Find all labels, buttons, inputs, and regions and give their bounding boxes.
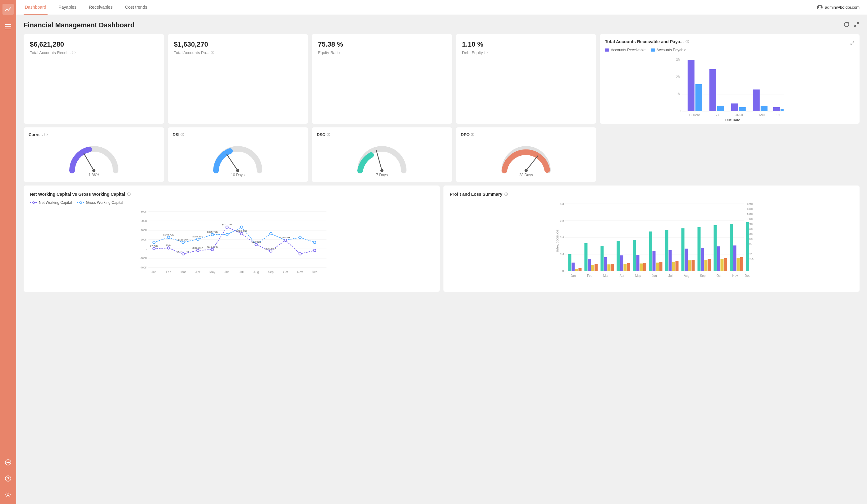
svg-text:($107.21)K: ($107.21)K — [177, 250, 190, 253]
gauge-current-svg: 1.86% — [66, 140, 122, 177]
svg-text:1.86%: 1.86% — [88, 173, 99, 177]
svg-point-82 — [299, 253, 301, 255]
bar-1-30-ar — [709, 69, 716, 111]
bar-nov-profit — [740, 257, 743, 271]
svg-point-11 — [818, 6, 821, 8]
pl-svg: 4M 3M 2M 1M 0 675K 600K 525K 450K 375K 3… — [450, 201, 853, 284]
bar-jul-cogs — [669, 250, 672, 271]
debt-info-icon[interactable]: ⓘ — [484, 50, 488, 55]
dso-info-icon[interactable]: ⓘ — [327, 132, 330, 137]
svg-text:($31.15)K: ($31.15)K — [192, 246, 204, 249]
bar-current-ar — [688, 60, 695, 111]
svg-text:Oct: Oct — [717, 274, 721, 278]
svg-text:Jul: Jul — [239, 270, 244, 274]
svg-text:$323.38K: $323.38K — [236, 229, 247, 233]
ar-info-icon[interactable]: ⓘ — [72, 50, 75, 55]
bar-aug-sales — [682, 228, 685, 271]
kpi-equity-label: Equity Ratio — [318, 50, 446, 55]
chart-icon[interactable] — [2, 4, 14, 15]
legend-net-wc: Net Working Capital — [30, 201, 72, 205]
bar-91-ar — [773, 107, 780, 111]
legend-gross-wc: Gross Working Capital — [77, 201, 124, 205]
svg-point-80 — [270, 250, 272, 252]
ar-ap-expand-btn[interactable] — [850, 41, 855, 46]
bar-jun-sales — [649, 232, 652, 271]
ar-ap-svg: 3M 2M 1M 0 — [605, 55, 855, 117]
current-info-icon[interactable]: ⓘ — [44, 132, 47, 137]
profit-loss-title: Profit and Loss Summary ⓘ — [450, 192, 853, 197]
bar-jan-oe — [575, 269, 578, 271]
svg-text:Nov: Nov — [732, 274, 738, 278]
bar-aug-profit — [692, 260, 695, 271]
kpi-equity-value: 75.38 % — [318, 40, 446, 49]
bar-sep-sales — [698, 227, 701, 271]
svg-text:Sep: Sep — [700, 274, 706, 278]
add-icon[interactable] — [2, 457, 14, 468]
svg-text:$93.07K: $93.07K — [252, 240, 261, 243]
bar-aug-cogs — [685, 249, 688, 271]
svg-text:450K: 450K — [747, 217, 753, 220]
ar-ap-info-icon[interactable]: ⓘ — [686, 40, 689, 44]
menu-icon[interactable] — [2, 21, 14, 32]
svg-text:0: 0 — [679, 109, 681, 113]
legend-ap: Accounts Payable — [651, 48, 686, 52]
wc-svg: 800K 600K 400K 200K 0 -200K -400K — [30, 208, 434, 282]
working-capital-chart: Net Working Capital vs Gross Working Cap… — [24, 185, 440, 292]
bar-jul-sales — [665, 230, 668, 271]
user-info: admin@boldbi.com — [817, 5, 859, 10]
svg-text:200K: 200K — [140, 238, 147, 241]
svg-text:Current: Current — [689, 114, 700, 117]
gauge-current-title: Curre... ⓘ — [29, 132, 159, 137]
svg-text:Aug: Aug — [254, 270, 259, 274]
svg-point-31 — [92, 169, 95, 172]
nav-payables[interactable]: Payables — [57, 0, 78, 14]
svg-text:Apr: Apr — [195, 270, 201, 274]
legend-ar-color — [605, 49, 609, 52]
settings-icon[interactable] — [2, 489, 14, 500]
svg-point-63 — [197, 238, 199, 240]
bar-jul-oe — [672, 261, 675, 271]
svg-text:($13.72)K: ($13.72)K — [207, 246, 218, 248]
svg-point-70 — [299, 236, 301, 239]
nav-receivables[interactable]: Receivables — [88, 0, 114, 14]
nav-dashboard[interactable]: Dashboard — [24, 0, 47, 14]
gauge-dsi-svg: 10 Days — [210, 140, 266, 177]
pl-info-icon[interactable]: ⓘ — [504, 192, 508, 197]
bar-may-cogs — [636, 255, 640, 271]
svg-point-83 — [313, 249, 316, 252]
bar-jul-profit — [676, 261, 679, 271]
expand-icon[interactable] — [853, 21, 859, 29]
nav-cost-trends[interactable]: Cost trends — [124, 0, 149, 14]
help-icon[interactable]: ? — [2, 473, 14, 484]
bar-feb-sales — [585, 243, 588, 271]
bar-31-60-ap — [739, 107, 746, 111]
dsi-info-icon[interactable]: ⓘ — [181, 132, 184, 137]
svg-text:31-60: 31-60 — [735, 114, 743, 117]
svg-text:$203.36K: $203.36K — [192, 235, 203, 238]
bar-apr-cogs — [620, 255, 623, 271]
gauge-dso-svg: 7 Days — [354, 140, 410, 177]
svg-point-37 — [381, 169, 384, 172]
bar-mar-oe — [608, 265, 611, 271]
svg-text:$18K: $18K — [165, 244, 172, 247]
svg-point-81 — [284, 239, 287, 242]
bottom-charts: Net Working Capital vs Gross Working Cap… — [24, 185, 859, 292]
gross-wc-line — [154, 227, 315, 245]
bar-may-profit — [643, 263, 646, 271]
svg-point-74 — [182, 253, 185, 255]
svg-text:600K: 600K — [140, 219, 147, 223]
refresh-icon[interactable] — [843, 21, 849, 29]
bar-nov-oe — [737, 258, 740, 271]
svg-rect-2 — [5, 26, 11, 27]
user-avatar-icon — [817, 5, 823, 10]
svg-text:Apr: Apr — [620, 274, 624, 278]
wc-info-icon[interactable]: ⓘ — [127, 192, 130, 197]
spacer — [600, 127, 859, 182]
legend-ar: Accounts Receivable — [605, 48, 645, 52]
svg-text:?: ? — [7, 476, 9, 481]
svg-point-64 — [211, 233, 214, 236]
ap-info-icon[interactable]: ⓘ — [211, 50, 214, 55]
svg-text:7 Days: 7 Days — [376, 173, 387, 177]
bar-1-30-ap — [717, 106, 724, 111]
dpo-info-icon[interactable]: ⓘ — [471, 132, 474, 137]
